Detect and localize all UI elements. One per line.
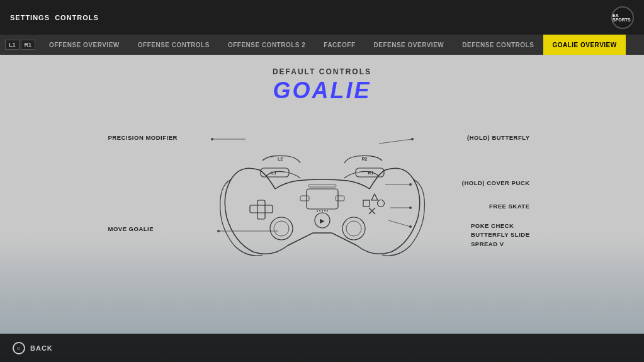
- tab-defense-controls[interactable]: DEFENSE CONTROLS: [453, 35, 543, 55]
- svg-point-12: [324, 210, 325, 212]
- circle-icon: ○: [13, 342, 25, 354]
- svg-rect-6: [307, 189, 338, 209]
- back-button[interactable]: ○ BACK: [13, 342, 53, 354]
- l1-button[interactable]: L1: [5, 40, 20, 50]
- svg-rect-18: [257, 200, 265, 219]
- main-content: DEFAULT CONTROLS GOALIE L1 L2 R1: [0, 55, 644, 334]
- svg-text:▶: ▶: [320, 217, 325, 224]
- controller-svg: L1 L2 R1 R2 ▶: [215, 135, 429, 274]
- svg-text:L1: L1: [271, 171, 276, 175]
- tab-goalie-overview[interactable]: GOALIE OVERVIEW: [543, 35, 626, 55]
- label-free-skate: FREE SKATE: [489, 203, 529, 210]
- svg-rect-26: [336, 196, 344, 201]
- page-title: GOALIE: [273, 77, 371, 104]
- tab-offense-controls[interactable]: OFFENSE CONTROLS: [129, 35, 219, 55]
- label-hold-cover-puck: (HOLD) COVER PUCK: [462, 179, 530, 186]
- svg-point-15: [274, 221, 289, 236]
- svg-point-16: [342, 217, 365, 240]
- tab-faceoff[interactable]: FACEOFF: [315, 35, 364, 55]
- svg-rect-27: [308, 184, 336, 187]
- svg-rect-21: [363, 200, 370, 206]
- svg-text:L2: L2: [277, 157, 282, 161]
- nav-tabs: L1 R1 OFFENSE OVERVIEW OFFENSE CONTROLS …: [0, 35, 644, 55]
- trigger-buttons: L1 R1: [5, 40, 35, 50]
- controller-diagram: L1 L2 R1 R2 ▶: [102, 110, 543, 299]
- bottom-bar: ○ BACK: [0, 334, 644, 362]
- svg-point-13: [327, 210, 328, 212]
- label-precision-modifier: PRECISION MODIFIER: [108, 134, 178, 141]
- r1-button[interactable]: R1: [21, 40, 36, 50]
- ea-sports-logo: EA SPORTS: [611, 6, 634, 29]
- svg-marker-20: [371, 194, 378, 200]
- subtitle: DEFAULT CONTROLS: [273, 67, 371, 76]
- breadcrumb: SETTINGS CONTROLS: [10, 14, 99, 21]
- svg-text:R2: R2: [361, 157, 367, 161]
- svg-point-10: [319, 210, 320, 212]
- svg-rect-19: [250, 205, 273, 213]
- svg-point-11: [322, 210, 323, 212]
- tab-offense-overview[interactable]: OFFENSE OVERVIEW: [40, 35, 129, 55]
- top-bar: SETTINGS CONTROLS EA SPORTS: [0, 0, 644, 35]
- svg-point-29: [211, 138, 213, 140]
- svg-point-9: [317, 210, 318, 212]
- label-move-goalie: MOVE GOALIE: [108, 225, 154, 232]
- tab-offense-controls-2[interactable]: OFFENSE CONTROLS 2: [219, 35, 315, 55]
- label-poke-check: POKE CHECK BUTTERFLY SLIDE SPREAD V: [471, 222, 530, 249]
- svg-point-17: [346, 221, 361, 236]
- tab-defense-overview[interactable]: DEFENSE OVERVIEW: [365, 35, 454, 55]
- label-hold-butterfly: (HOLD) BUTTERFLY: [467, 134, 529, 141]
- svg-point-14: [270, 217, 293, 240]
- back-label: BACK: [30, 344, 53, 352]
- svg-point-22: [377, 200, 384, 207]
- svg-text:R1: R1: [368, 171, 373, 175]
- svg-rect-25: [300, 196, 309, 201]
